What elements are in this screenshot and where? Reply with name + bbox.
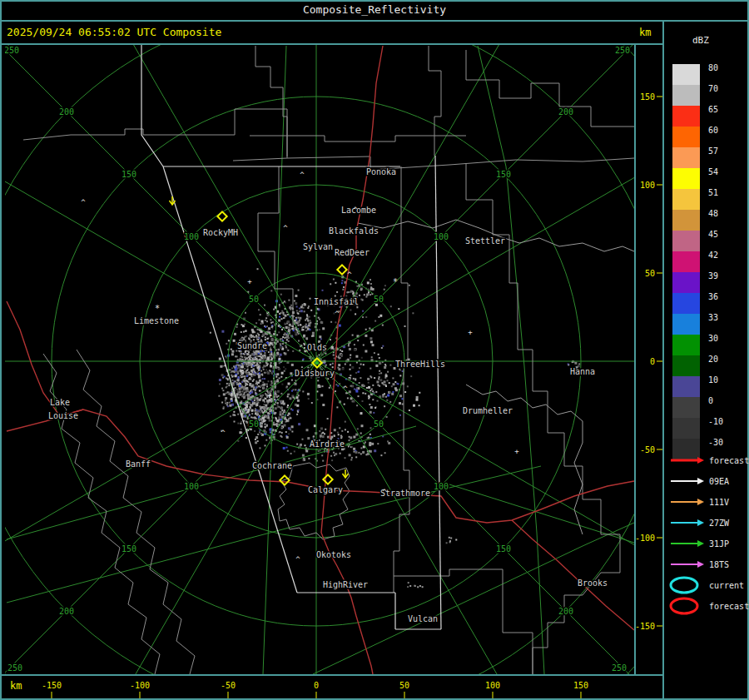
echo-speckle	[245, 385, 246, 386]
echo-speckle	[416, 396, 419, 399]
city-label: Airdrie	[310, 439, 345, 449]
echo-speckle	[330, 364, 331, 365]
echo-speckle	[255, 405, 257, 406]
ring-distance-label: 200	[59, 107, 74, 117]
echo-speckle	[247, 410, 250, 413]
echo-speckle	[261, 374, 263, 375]
echo-speckle	[246, 370, 248, 371]
ring-distance-label: 50	[374, 295, 384, 304]
echo-speckle	[219, 383, 221, 385]
echo-speckle	[254, 336, 255, 338]
colorbar-value-label: 10	[708, 375, 718, 385]
echo-speckle	[368, 382, 370, 384]
echo-speckle	[302, 304, 304, 305]
echo-speckle	[371, 356, 373, 358]
echo-speckle	[287, 335, 289, 336]
echo-speckle	[386, 400, 388, 401]
echo-speckle	[292, 350, 294, 352]
echo-speckle	[334, 429, 336, 431]
echo-speckle	[382, 325, 384, 326]
echo-speckle	[379, 376, 380, 378]
echo-speckle	[285, 334, 287, 335]
echo-speckle	[244, 380, 246, 382]
echo-speckle	[360, 447, 362, 449]
echo-speckle	[264, 352, 265, 354]
echo-speckle	[260, 323, 262, 325]
echo-speckle	[314, 315, 315, 317]
echo-speckle	[271, 339, 274, 341]
colorbar-swatch	[672, 168, 700, 189]
echo-speckle	[305, 330, 307, 331]
echo-speckle	[275, 412, 276, 414]
echo-speckle	[290, 372, 292, 375]
echo-speckle	[334, 358, 335, 360]
echo-speckle	[246, 437, 247, 439]
county-boundary	[429, 46, 441, 156]
county-boundary	[250, 136, 466, 141]
echo-speckle	[419, 585, 421, 587]
echo-speckle	[250, 374, 252, 375]
legend-item-label: 27ZW	[709, 519, 730, 528]
caret-marker-icon: ^	[343, 385, 348, 393]
echo-speckle	[288, 383, 290, 385]
echo-speckle	[257, 399, 259, 400]
bottom-axis-tick-label: 100	[485, 681, 500, 690]
echo-speckle	[247, 365, 249, 367]
echo-speckle	[348, 445, 350, 447]
city-label: RedDeer	[335, 248, 370, 257]
echo-speckle	[362, 400, 364, 402]
echo-speckle	[225, 397, 227, 400]
echo-speckle	[263, 369, 265, 370]
echo-speckle	[256, 382, 258, 384]
echo-speckle	[223, 393, 226, 395]
echo-speckle	[229, 383, 231, 385]
echo-speckle	[262, 399, 265, 401]
radial-line	[316, 361, 727, 598]
echo-speckle	[259, 337, 260, 339]
colorbar-swatch	[672, 335, 700, 355]
echo-speckle	[279, 316, 280, 318]
echo-speckle	[387, 380, 389, 381]
echo-speckle	[285, 301, 286, 303]
ring-distance-label: 250	[615, 46, 630, 55]
echo-speckle	[297, 313, 299, 315]
echo-speckle	[339, 427, 340, 429]
echo-speckle	[255, 393, 257, 395]
echo-speckle	[288, 427, 290, 429]
echo-speckle	[360, 299, 362, 300]
echo-speckle	[360, 412, 363, 415]
echo-speckle	[247, 350, 249, 352]
echo-speckle	[335, 282, 336, 284]
echo-speckle	[248, 356, 250, 358]
graticule-line	[7, 466, 541, 603]
echo-speckle	[271, 373, 273, 375]
echo-speckle	[255, 322, 257, 324]
echo-speckle	[449, 540, 451, 542]
echo-speckle	[352, 335, 354, 336]
echo-speckle	[244, 378, 246, 380]
echo-speckle	[389, 401, 391, 403]
echo-speckle	[273, 309, 275, 310]
echo-speckle	[328, 436, 330, 438]
echo-speckle	[259, 380, 261, 382]
echo-speckle	[357, 371, 359, 373]
echo-speckle	[261, 359, 263, 360]
echo-speckle	[263, 335, 265, 336]
echo-speckle	[219, 379, 221, 381]
echo-speckle	[350, 355, 351, 356]
echo-speckle	[338, 355, 340, 356]
echo-speckle	[246, 353, 249, 355]
echo-speckle	[221, 374, 224, 376]
echo-speckle	[260, 425, 261, 427]
echo-speckle	[256, 437, 258, 439]
echo-speckle	[223, 406, 225, 408]
echo-speckle	[255, 365, 256, 366]
echo-speckle	[275, 407, 277, 410]
echo-speckle	[247, 409, 250, 411]
echo-speckle	[245, 408, 246, 410]
echo-speckle	[378, 354, 379, 355]
legend-item-label: forecast	[709, 602, 749, 611]
echo-speckle	[350, 375, 351, 376]
echo-speckle	[259, 415, 260, 417]
echo-speckle	[252, 417, 254, 419]
